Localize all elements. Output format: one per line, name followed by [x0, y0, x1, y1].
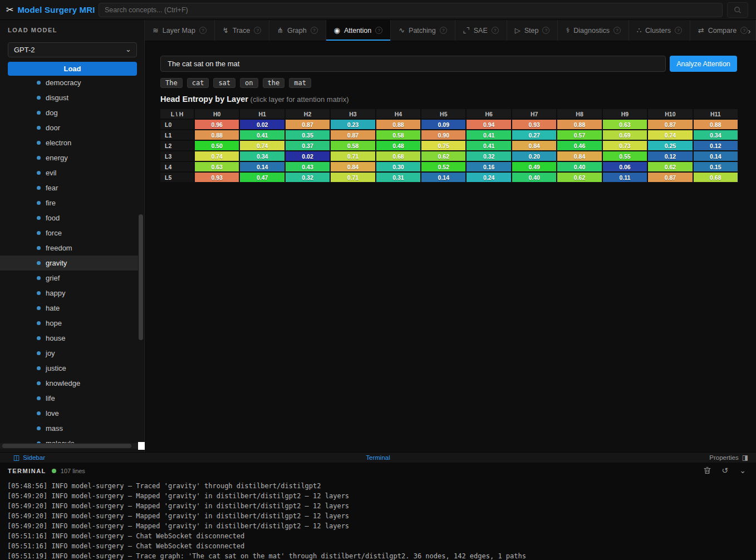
sidebar-item-justice[interactable]: justice — [0, 361, 138, 376]
sidebar-item-mass[interactable]: mass — [0, 421, 138, 436]
heatmap-cell[interactable]: 0.74 — [240, 141, 284, 150]
heatmap-cell[interactable]: 0.27 — [512, 130, 556, 140]
heatmap-cell[interactable]: 0.40 — [557, 162, 601, 171]
sidebar-item-hope[interactable]: hope — [0, 316, 138, 331]
heatmap-cell[interactable]: 0.69 — [603, 130, 647, 140]
sidebar-item-grief[interactable]: grief — [0, 271, 138, 286]
token-chip[interactable]: cat — [187, 78, 209, 88]
heatmap-row-label-L2[interactable]: L2 — [160, 141, 194, 150]
tab-graph[interactable]: ⋔Graph? — [269, 20, 326, 41]
sidebar-item-fear[interactable]: fear — [0, 180, 138, 195]
tab-clusters[interactable]: ∴Clusters? — [629, 20, 690, 41]
heatmap-cell[interactable]: 0.93 — [195, 173, 239, 182]
tab-step[interactable]: ▷Step? — [507, 20, 558, 41]
heatmap-cell[interactable]: 0.41 — [467, 130, 510, 140]
heatmap-cell[interactable]: 0.09 — [421, 120, 465, 129]
heatmap-cell[interactable]: 0.75 — [421, 141, 465, 150]
heatmap-cell[interactable]: 0.14 — [421, 173, 465, 182]
heatmap-cell[interactable]: 0.90 — [421, 130, 465, 140]
heatmap-cell[interactable]: 0.88 — [376, 120, 420, 129]
heatmap-cell[interactable]: 0.32 — [467, 151, 510, 161]
heatmap-cell[interactable]: 0.41 — [240, 130, 284, 140]
heatmap-cell[interactable]: 0.68 — [694, 173, 738, 182]
heatmap-cell[interactable]: 0.57 — [557, 130, 601, 140]
heatmap-cell[interactable]: 0.84 — [512, 141, 556, 150]
heatmap-cell[interactable]: 0.32 — [286, 173, 330, 182]
status-sidebar-toggle[interactable]: ◫ Sidebar — [13, 454, 45, 461]
sidebar-item-disgust[interactable]: disgust — [0, 90, 138, 105]
heatmap-cell[interactable]: 0.84 — [331, 162, 375, 171]
heatmap-cell[interactable]: 0.35 — [286, 130, 330, 140]
sidebar-item-molecule[interactable]: molecule — [0, 436, 138, 444]
sidebar-item-fire[interactable]: fire — [0, 195, 138, 210]
heatmap-cell[interactable]: 0.73 — [603, 141, 647, 150]
heatmap-row-label-L1[interactable]: L1 — [160, 130, 194, 140]
heatmap-cell[interactable]: 0.37 — [286, 141, 330, 150]
heatmap-cell[interactable]: 0.47 — [240, 173, 284, 182]
heatmap-cell[interactable]: 0.88 — [694, 120, 738, 129]
heatmap-cell[interactable]: 0.62 — [421, 151, 465, 161]
token-chip[interactable]: the — [263, 78, 285, 88]
heatmap-cell[interactable]: 0.94 — [467, 120, 510, 129]
collapse-chevron-icon[interactable]: ⌄ — [738, 466, 747, 475]
sidebar-item-happy[interactable]: happy — [0, 286, 138, 301]
heatmap-cell[interactable]: 0.02 — [240, 120, 284, 129]
heatmap-cell[interactable]: 0.49 — [512, 162, 556, 171]
heatmap-cell[interactable]: 0.63 — [603, 120, 647, 129]
load-button[interactable]: Load — [8, 62, 137, 76]
status-properties-toggle[interactable]: Properties ◨ — [709, 454, 748, 461]
heatmap-cell[interactable]: 0.87 — [286, 120, 330, 129]
sidebar-item-life[interactable]: life — [0, 391, 138, 406]
sidebar-vertical-scrollbar[interactable] — [139, 214, 143, 340]
sidebar-item-door[interactable]: door — [0, 120, 138, 135]
reload-icon[interactable]: ↺ — [720, 466, 729, 475]
heatmap-cell[interactable]: 0.55 — [603, 151, 647, 161]
sidebar-item-democracy[interactable]: democracy — [0, 78, 138, 90]
heatmap-cell[interactable]: 0.16 — [467, 162, 510, 171]
heatmap-cell[interactable]: 0.06 — [603, 162, 647, 171]
heatmap-cell[interactable]: 0.84 — [557, 151, 601, 161]
sidebar-item-food[interactable]: food — [0, 210, 138, 225]
sidebar-item-love[interactable]: love — [0, 406, 138, 421]
heatmap-cell[interactable]: 0.23 — [331, 120, 375, 129]
heatmap-cell[interactable]: 0.31 — [376, 173, 420, 182]
sidebar-item-knowledge[interactable]: knowledge — [0, 376, 138, 391]
sidebar-item-joy[interactable]: joy — [0, 346, 138, 361]
heatmap-cell[interactable]: 0.87 — [331, 130, 375, 140]
heatmap-cell[interactable]: 0.63 — [195, 162, 239, 171]
heatmap-cell[interactable]: 0.12 — [648, 151, 692, 161]
heatmap-cell[interactable]: 0.88 — [195, 130, 239, 140]
heatmap-cell[interactable]: 0.11 — [603, 173, 647, 182]
heatmap-cell[interactable]: 0.68 — [376, 151, 420, 161]
heatmap-cell[interactable]: 0.30 — [376, 162, 420, 171]
terminal-log[interactable]: [05:48:56] INFO model-surgery — Traced '… — [0, 480, 756, 560]
heatmap-cell[interactable]: 0.87 — [648, 173, 692, 182]
heatmap-cell[interactable]: 0.41 — [467, 141, 510, 150]
heatmap-row-label-L4[interactable]: L4 — [160, 162, 194, 171]
tab-trace[interactable]: ↯Trace? — [215, 20, 269, 41]
tab-attention[interactable]: ◉Attention? — [326, 20, 391, 41]
heatmap-cell[interactable]: 0.48 — [376, 141, 420, 150]
heatmap-cell[interactable]: 0.71 — [331, 173, 375, 182]
heatmap-cell[interactable]: 0.15 — [694, 162, 738, 171]
heatmap-cell[interactable]: 0.74 — [195, 151, 239, 161]
token-chip[interactable]: The — [160, 78, 183, 88]
heatmap-cell[interactable]: 0.58 — [331, 141, 375, 150]
token-chip[interactable]: mat — [289, 78, 311, 88]
tab-layer-map[interactable]: ≋Layer Map? — [145, 20, 215, 41]
heatmap-cell[interactable]: 0.96 — [195, 120, 239, 129]
heatmap-cell[interactable]: 0.58 — [376, 130, 420, 140]
sidebar-item-gravity[interactable]: gravity — [0, 256, 138, 271]
heatmap-cell[interactable]: 0.43 — [286, 162, 330, 171]
analyze-attention-button[interactable]: Analyze Attention — [670, 56, 737, 72]
heatmap-cell[interactable]: 0.14 — [240, 162, 284, 171]
sidebar-item-electron[interactable]: electron — [0, 135, 138, 150]
sidebar-item-evil[interactable]: evil — [0, 165, 138, 180]
heatmap-cell[interactable]: 0.71 — [331, 151, 375, 161]
heatmap-cell[interactable]: 0.24 — [467, 173, 510, 182]
prompt-input[interactable] — [160, 56, 666, 72]
scrollbar-thumb[interactable] — [2, 444, 131, 448]
heatmap-cell[interactable]: 0.34 — [694, 130, 738, 140]
heatmap-cell[interactable]: 0.52 — [421, 162, 465, 171]
heatmap-cell[interactable]: 0.14 — [694, 151, 738, 161]
